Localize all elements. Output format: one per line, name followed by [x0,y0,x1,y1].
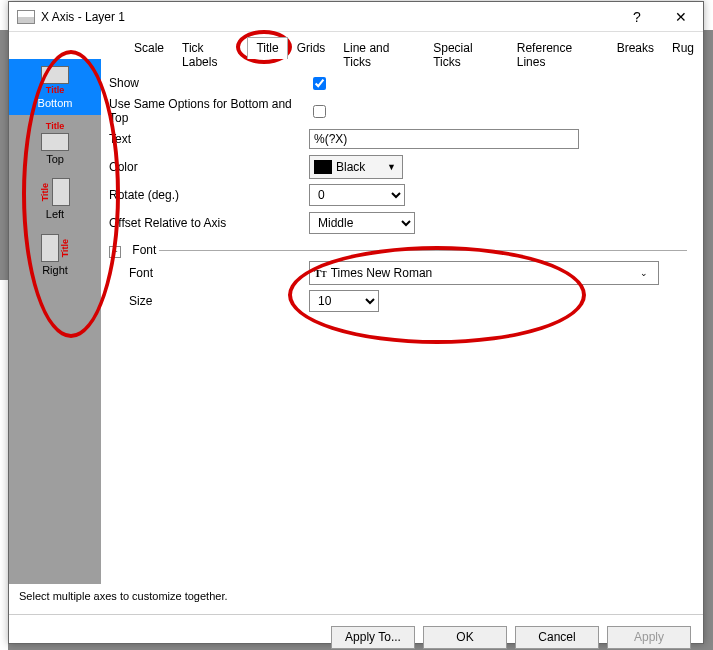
side-label: Right [42,264,68,276]
axis-icon [52,178,70,206]
chevron-down-icon: ▼ [387,162,396,172]
collapse-icon[interactable]: − [109,246,121,258]
window-title: X Axis - Layer 1 [41,10,615,24]
tab-scale[interactable]: Scale [125,37,173,59]
axis-icon [41,133,69,151]
side-left[interactable]: Title Left [9,171,101,227]
side-label: Bottom [38,97,73,109]
tab-title[interactable]: Title [247,37,287,59]
tab-line-and-ticks[interactable]: Line and Ticks [334,37,424,59]
title-marker: Title [41,183,50,201]
size-label: Size [129,294,309,308]
titlebar: X Axis - Layer 1 ? ✕ [9,2,703,32]
dialog-footer: Apply To... OK Cancel Apply [9,614,703,650]
axis-icon [41,234,59,262]
text-input[interactable] [309,129,579,149]
color-picker[interactable]: Black ▼ [309,155,403,179]
color-swatch [314,160,332,174]
tab-tick-labels[interactable]: Tick Labels [173,37,247,59]
apply-to-button[interactable]: Apply To... [331,626,415,649]
offset-label: Offset Relative to Axis [109,216,309,230]
same-options-label: Use Same Options for Bottom and Top [109,97,309,125]
tab-grids[interactable]: Grids [288,37,335,59]
title-panel: Show Use Same Options for Bottom and Top… [101,59,703,584]
font-label: Font [129,266,309,280]
offset-select[interactable]: Middle [309,212,415,234]
hint-text: Select multiple axes to customize togeth… [9,584,703,608]
side-label: Top [46,153,64,165]
title-marker: Title [46,86,64,95]
text-label: Text [109,132,309,146]
tab-special-ticks[interactable]: Special Ticks [424,37,508,59]
rotate-select[interactable]: 0 [309,184,405,206]
color-value: Black [336,160,365,174]
tab-breaks[interactable]: Breaks [608,37,663,59]
title-marker: Title [46,122,64,131]
font-group-label: Font [128,243,160,257]
font-type-icon: TT [314,267,327,279]
font-select[interactable]: TT Times New Roman ⌄ [309,261,659,285]
title-marker: Title [61,239,70,257]
tab-reference-lines[interactable]: Reference Lines [508,37,608,59]
side-bottom[interactable]: Title Bottom [9,59,101,115]
help-button[interactable]: ? [615,2,659,31]
side-top[interactable]: Title Top [9,115,101,171]
ok-button[interactable]: OK [423,626,507,649]
color-label: Color [109,160,309,174]
side-right[interactable]: Title Right [9,227,101,283]
axis-side-list: Title Bottom Title Top Title Left Title [9,59,101,584]
side-label: Left [46,208,64,220]
close-button[interactable]: ✕ [659,2,703,31]
cancel-button[interactable]: Cancel [515,626,599,649]
tab-strip: Scale Tick Labels Title Grids Line and T… [125,36,703,59]
font-value: Times New Roman [331,266,433,280]
axis-dialog: X Axis - Layer 1 ? ✕ Scale Tick Labels T… [8,1,704,644]
show-checkbox[interactable] [313,77,326,90]
rotate-label: Rotate (deg.) [109,188,309,202]
same-options-checkbox[interactable] [313,105,326,118]
app-icon [17,10,35,24]
show-label: Show [109,76,309,90]
chevron-down-icon: ⌄ [640,268,648,278]
size-select[interactable]: 10 [309,290,379,312]
apply-button[interactable]: Apply [607,626,691,649]
axis-icon [41,66,69,84]
tab-rug[interactable]: Rug [663,37,703,59]
